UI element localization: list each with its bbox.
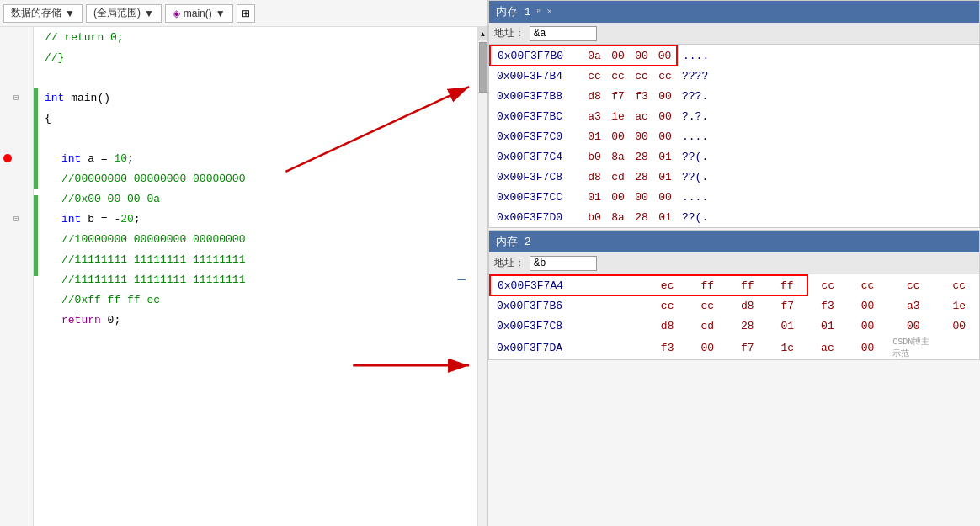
gutter-row: ⊟ xyxy=(0,209,33,229)
mem1-table: 0x00F3F7B0 0a 00 00 00 .... 0x00F3F7B4 c… xyxy=(489,45,979,227)
code-text: //10000000 00000000 00000000 xyxy=(41,233,245,246)
mem-hex-cell: cc xyxy=(653,66,677,86)
mem1-row: 0x00F3F7B8 d8 f7 f3 00 ???. xyxy=(490,86,979,106)
mem-hex-cell: f3 xyxy=(630,86,653,106)
mem-hex-cell: ff xyxy=(687,275,727,295)
mem-hex-cell: d8 xyxy=(583,167,606,187)
mem-hex-cell: 28 xyxy=(727,316,768,336)
mem-ascii-cell: .... xyxy=(677,126,979,146)
mem-hex-cell: f7 xyxy=(727,336,768,359)
blue-dash-icon: — xyxy=(457,272,466,287)
code-text: //0x00 00 00 0a xyxy=(41,193,160,205)
gutter-row xyxy=(0,249,33,269)
mem-hex-cell: cd xyxy=(687,316,727,336)
gutter-row xyxy=(0,229,33,249)
mem1-row-highlighted: 0x00F3F7B0 0a 00 00 00 .... xyxy=(490,45,979,66)
code-text: int a = 10; xyxy=(41,152,134,165)
range-dropdown[interactable]: (全局范围) ▼ xyxy=(86,4,162,23)
scope-dropdown[interactable]: 数据的存储 ▼ xyxy=(3,4,83,23)
code-text: //11111111 11111111 11111111 xyxy=(41,253,245,266)
gutter-row-breakpoint[interactable] xyxy=(0,148,33,168)
split-button[interactable]: ⊞ xyxy=(237,4,255,23)
mem1-addr-label: 地址： xyxy=(494,26,525,40)
mem-hex-cell: b0 xyxy=(583,146,606,167)
scope-arrow-icon: ▼ xyxy=(65,8,75,19)
mem-addr-cell: 0x00F3F7B8 xyxy=(490,86,583,106)
mem1-addr-input[interactable] xyxy=(530,26,597,41)
mem-hex-cell: 00 xyxy=(687,336,727,359)
code-line: //0xff ff ff ec xyxy=(41,290,477,310)
mem1-row: 0x00F3F7B4 cc cc cc cc ???? xyxy=(490,66,979,86)
mem-addr-cell: 0x00F3F7C4 xyxy=(490,146,583,167)
mem-hex-cell: 28 xyxy=(630,167,653,187)
mem1-row: 0x00F3F7BC a3 1e ac 00 ?.?. xyxy=(490,106,979,126)
range-arrow-icon: ▼ xyxy=(144,8,154,19)
code-line: // return 0; xyxy=(41,27,477,47)
scroll-up-button[interactable]: ▲ xyxy=(478,27,488,40)
memory-window-2: 内存 2 地址： 0x00F3F7A4 ec ff ff ff cc xyxy=(488,230,980,360)
collapse-icon[interactable]: ⊟ xyxy=(13,93,19,103)
mem-ascii-cell: ???. xyxy=(677,86,979,106)
mem1-row: 0x00F3F7D0 b0 8a 28 01 ??(. xyxy=(490,207,979,227)
mem-ascii-cell: .... xyxy=(677,45,979,66)
mem-ascii-cell: .... xyxy=(677,187,979,207)
mem-ascii-cell: CSDN博主示范 xyxy=(887,336,939,359)
mem-addr-cell: 0x00F3F7B6 xyxy=(490,295,647,316)
mem2-table: 0x00F3F7A4 ec ff ff ff cc cc cc cc 0x00F… xyxy=(489,274,979,359)
mem-ascii-cell: ?.?. xyxy=(677,106,979,126)
mem-hex-cell: 01 xyxy=(768,316,808,336)
mem1-row: 0x00F3F7C8 d8 cd 28 01 ??(. xyxy=(490,167,979,187)
mem1-pin-icon[interactable]: ᵖ xyxy=(536,7,542,18)
code-text: //11111111 11111111 11111111 xyxy=(41,274,245,286)
mem-hex-cell: 00 xyxy=(630,187,653,207)
gutter-row xyxy=(0,47,33,67)
mem-hex-cell: 00 xyxy=(653,126,677,146)
mem-hex-cell: f7 xyxy=(768,295,808,316)
code-line xyxy=(41,67,477,88)
mem1-titlebar: 内存 1 ᵖ × xyxy=(489,1,979,23)
mem-hex-cell: 00 xyxy=(606,187,630,207)
mem-hex-cell: 00 xyxy=(939,316,979,336)
collapse-icon[interactable]: ⊟ xyxy=(13,214,19,224)
mem2-title: 内存 2 xyxy=(496,234,531,249)
mem1-title: 内存 1 xyxy=(496,4,531,19)
range-label: (全局范围) xyxy=(93,6,141,20)
scroll-thumb[interactable] xyxy=(479,42,487,93)
line-gutter: ⊟ ⊟ xyxy=(0,27,34,526)
mem-hex-cell: 01 xyxy=(653,207,677,227)
mem-hex-cell: 00 xyxy=(606,126,630,146)
vertical-scrollbar[interactable]: ▲ xyxy=(477,27,487,526)
gutter-row: ⊟ xyxy=(0,88,33,108)
mem-addr-cell: 0x00F3F7B0 xyxy=(490,45,583,66)
mem-hex-cell: 00 xyxy=(653,86,677,106)
func-arrow-icon: ▼ xyxy=(216,8,226,19)
mem-hex-cell: d8 xyxy=(727,295,768,316)
mem-hex-cell: cc xyxy=(887,275,939,295)
mem-hex-cell: 1c xyxy=(768,336,808,359)
mem2-address-bar: 地址： xyxy=(489,252,979,274)
mem-addr-cell: 0x00F3F7B4 xyxy=(490,66,583,86)
mem-hex-cell: 01 xyxy=(653,146,677,167)
gutter-row xyxy=(0,108,33,128)
mem-hex-cell: f7 xyxy=(606,86,630,106)
code-panel: 数据的存储 ▼ (全局范围) ▼ ◈ main() ▼ ⊞ ⊟ xyxy=(0,0,488,526)
mem-hex-cell: cc xyxy=(687,295,727,316)
mem-hex-cell: cc xyxy=(606,66,630,86)
func-dropdown[interactable]: ◈ main() ▼ xyxy=(165,4,233,23)
mem-hex-cell: 00 xyxy=(653,106,677,126)
mem-hex-cell: 0a xyxy=(583,45,606,66)
memory-panel: 内存 1 ᵖ × 地址： 0x00F3F7B0 0a 00 00 00 xyxy=(488,0,980,526)
mem2-addr-label: 地址： xyxy=(494,256,525,270)
mem2-row: 0x00F3F7B6 cc cc d8 f7 f3 00 a3 1e xyxy=(490,295,979,316)
mem-addr-cell: 0x00F3F7BC xyxy=(490,106,583,126)
mem-hex-cell: ff xyxy=(727,275,768,295)
mem-addr-cell: 0x00F3F7CC xyxy=(490,187,583,207)
mem1-close-button[interactable]: × xyxy=(546,7,552,17)
split-icon: ⊞ xyxy=(242,8,250,19)
mem-hex-cell: 01 xyxy=(583,126,606,146)
code-line xyxy=(41,128,477,148)
code-text: int main() xyxy=(41,92,110,104)
mem2-content: 0x00F3F7A4 ec ff ff ff cc cc cc cc 0x00F… xyxy=(489,274,979,359)
mem-ascii-cell: ??(. xyxy=(677,207,979,227)
mem2-addr-input[interactable] xyxy=(530,256,597,271)
